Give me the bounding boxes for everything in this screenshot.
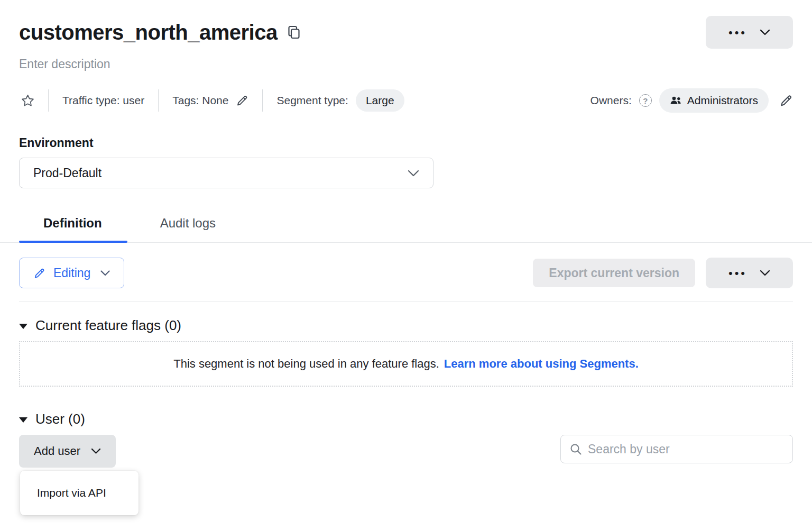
definition-toolbar: Editing Export current version •••	[19, 258, 793, 288]
favorite-star-icon[interactable]	[21, 94, 34, 107]
feature-flags-empty-state: This segment is not being used in any fe…	[19, 341, 793, 387]
feature-flags-section-toggle[interactable]: Current feature flags (0)	[19, 317, 181, 334]
tabs: Definition Audit logs	[0, 209, 812, 243]
pencil-icon	[33, 267, 45, 279]
search-icon	[569, 443, 582, 455]
ellipsis-icon: •••	[728, 26, 747, 39]
user-controls-row: Add user Import via API	[19, 435, 793, 468]
environment-select[interactable]: Prod-Default	[19, 158, 433, 188]
people-icon	[670, 96, 681, 105]
chevron-down-icon	[91, 448, 101, 454]
segment-detail-page: customers_north_america ••• Enter descri…	[0, 0, 812, 468]
definition-more-menu-button[interactable]: •••	[706, 258, 793, 288]
collapse-triangle-icon	[19, 324, 27, 329]
header: customers_north_america •••	[19, 16, 793, 49]
tab-definition[interactable]: Definition	[43, 209, 102, 242]
edit-tags-pencil-icon[interactable]	[236, 94, 248, 107]
edit-owners-pencil-icon[interactable]	[779, 94, 793, 107]
user-search-box	[560, 435, 793, 463]
export-current-version-button[interactable]: Export current version	[533, 259, 695, 287]
add-user-label: Add user	[34, 444, 80, 458]
feature-flags-heading: Current feature flags (0)	[35, 317, 181, 334]
chevron-down-icon	[760, 29, 770, 35]
user-heading: User (0)	[35, 411, 85, 427]
segment-type-label: Segment type:	[276, 94, 348, 107]
traffic-type-label: Traffic type: user	[62, 94, 144, 107]
editing-label: Editing	[53, 266, 90, 280]
ellipsis-icon: •••	[728, 267, 747, 279]
description-placeholder[interactable]: Enter description	[19, 57, 793, 71]
divider	[262, 89, 263, 112]
owners-label: Owners:	[590, 94, 632, 107]
add-user-dropdown-menu: Import via API	[20, 471, 139, 515]
segment-type-badge: Large	[356, 89, 404, 112]
chevron-down-icon	[100, 270, 110, 276]
header-more-menu-button[interactable]: •••	[706, 16, 793, 49]
empty-state-text: This segment is not being used in any fe…	[173, 357, 439, 371]
environment-label: Environment	[19, 136, 793, 150]
help-question-icon[interactable]: ?	[639, 94, 652, 107]
chevron-down-icon	[408, 170, 419, 177]
tags-label: Tags: None	[172, 94, 228, 107]
owners-value: Administrators	[687, 94, 758, 107]
add-user-button[interactable]: Add user	[19, 435, 116, 468]
page-title: customers_north_america	[19, 21, 278, 44]
divider	[19, 301, 793, 301]
owners-group: Owners: ? Administrators	[590, 88, 793, 113]
meta-row: Traffic type: user Tags: None Segment ty…	[19, 88, 793, 113]
add-user-menu-wrap: Add user Import via API	[19, 435, 116, 468]
collapse-triangle-icon	[19, 417, 27, 423]
copy-icon[interactable]	[287, 25, 301, 40]
divider	[158, 89, 159, 112]
search-by-user-input[interactable]	[588, 442, 784, 456]
editing-mode-button[interactable]: Editing	[19, 258, 124, 288]
owners-chip[interactable]: Administrators	[659, 88, 769, 113]
tab-audit-logs[interactable]: Audit logs	[160, 209, 216, 242]
divider	[48, 89, 49, 112]
environment-selected-value: Prod-Default	[33, 166, 102, 180]
chevron-down-icon	[760, 270, 770, 276]
toolbar-right: Export current version •••	[533, 258, 793, 288]
learn-more-link[interactable]: Learn more about using Segments.	[444, 357, 639, 371]
user-section-toggle[interactable]: User (0)	[19, 411, 85, 427]
menu-item-import-via-api[interactable]: Import via API	[20, 475, 139, 511]
